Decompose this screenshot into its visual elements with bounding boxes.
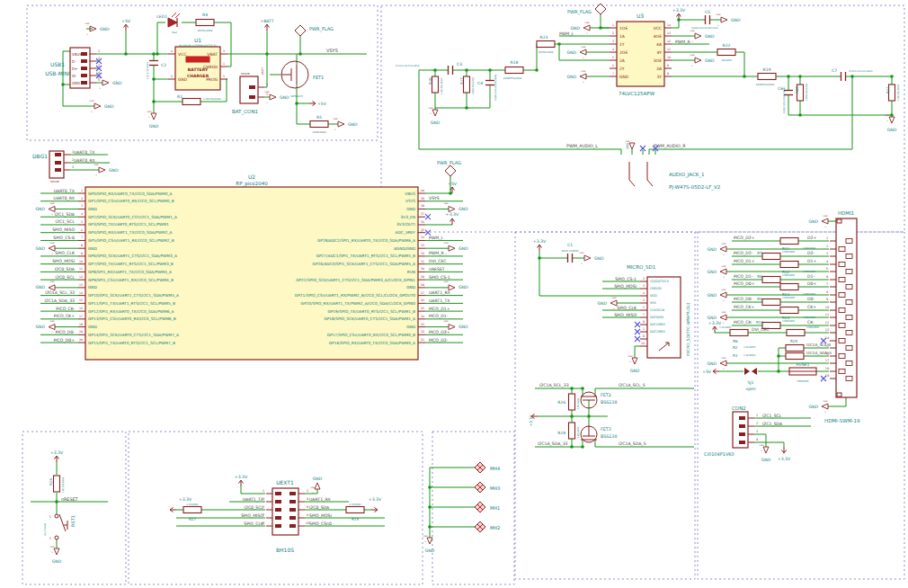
power-symbol[interactable]: +5V — [702, 370, 719, 374]
mounting-hole-mh1[interactable] — [475, 502, 485, 512]
text-label: D+ — [72, 67, 77, 71]
switch-contact[interactable] — [55, 514, 58, 518]
resistor-R11[interactable] — [780, 238, 798, 245]
power-symbol[interactable]: +3.3V — [778, 447, 791, 461]
gnd-symbol[interactable]: GNDGND1 — [310, 477, 322, 494]
connector-con2[interactable]: 1234 — [733, 412, 758, 448]
resistor-R17[interactable] — [464, 76, 470, 93]
connector-uext1[interactable]: 13579246810 — [263, 488, 309, 535]
switch-contact[interactable] — [55, 536, 58, 539]
gnd-symbol[interactable]: GNDGND1 — [628, 355, 639, 373]
symbol-graphics[interactable] — [59, 514, 66, 531]
resistor-R9[interactable] — [762, 299, 780, 306]
svg-text:C3: C3 — [457, 62, 462, 67]
led1[interactable] — [168, 13, 180, 27]
resistor-R5[interactable] — [310, 121, 328, 128]
mounting-hole-mh4[interactable] — [475, 462, 485, 473]
audio-jack-body[interactable] — [617, 155, 662, 207]
resistor-R21[interactable] — [889, 85, 895, 101]
svg-text:22: 22 — [421, 330, 424, 334]
resistor-R19[interactable] — [758, 74, 776, 80]
power-symbol[interactable]: +3.3V — [672, 8, 686, 21]
resistor-R16[interactable] — [432, 76, 439, 93]
power-symbol[interactable]: +3.3V — [533, 239, 547, 252]
junction — [535, 68, 539, 72]
resistor-R23[interactable] — [537, 41, 555, 48]
gnd-symbol[interactable]: GNDGND1 — [808, 400, 828, 414]
wire[interactable] — [635, 346, 640, 358]
power-symbol[interactable]: +3.3V — [235, 475, 248, 487]
wire[interactable] — [779, 348, 786, 371]
ic-micro-sd[interactable]: 2CD/DAT3/CSSPIO_CS-13CMD/DISPIO_MOSI4VDD… — [597, 277, 681, 359]
gnd-symbol[interactable]: GNDGND1 — [759, 444, 770, 462]
power-symbol[interactable]: +5V — [309, 102, 327, 106]
power-symbol[interactable] — [371, 508, 378, 512]
resistor-R14[interactable] — [780, 307, 798, 314]
mounting-hole-mh3[interactable] — [475, 482, 485, 493]
gnd-symbol[interactable]: GNDGND1 — [423, 535, 434, 553]
resistor-R15[interactable] — [346, 507, 364, 513]
power-symbol[interactable] — [170, 508, 176, 512]
pwr-flag[interactable] — [295, 25, 306, 54]
gnd-symbol[interactable]: GND1 — [625, 140, 635, 150]
svg-text:1: 1 — [98, 49, 100, 53]
power-symbol[interactable]: +5V — [121, 19, 131, 31]
capacitor-C1[interactable] — [568, 254, 573, 263]
resistor-R6[interactable] — [730, 330, 748, 336]
resistor-R22[interactable] — [717, 49, 735, 56]
svg-text:36: 36 — [421, 220, 424, 224]
wire[interactable] — [419, 70, 621, 155]
resistor-R24[interactable] — [54, 476, 60, 492]
resistor-R2[interactable] — [786, 345, 804, 352]
resistor-R12[interactable] — [780, 262, 798, 268]
connector-bat-con1[interactable]: 12 — [240, 76, 268, 103]
fuse1[interactable] — [789, 368, 816, 375]
svg-text:UEXT1: UEXT1 — [276, 479, 294, 486]
gnd-symbol[interactable]: GNDGND1 — [49, 546, 61, 564]
resistor-R13[interactable] — [780, 284, 798, 290]
svg-text:GND: GND — [88, 285, 98, 290]
resistor-R8[interactable] — [762, 277, 780, 283]
solder-jumper-sj1[interactable] — [744, 368, 757, 375]
gnd-symbol[interactable]: GNDGND1 — [147, 111, 158, 129]
wire[interactable] — [297, 103, 310, 124]
resistor-R4[interactable] — [196, 20, 214, 26]
ic-u2-rp-pico2040[interactable]: 1GP0/SPIO_RX/UART0_TX/I2C0_SDA/PWM0_AUAR… — [35, 182, 468, 361]
svg-text:+3.3V: +3.3V — [672, 8, 686, 13]
symbol-body[interactable] — [186, 57, 209, 62]
gnd-symbol[interactable]: GNDGND1 — [707, 357, 726, 370]
connector-hdmi1[interactable]: 12345678910111213141516171819 — [825, 218, 857, 397]
pwr-flag[interactable] — [595, 4, 606, 28]
gnd-symbol[interactable]: GNDGND1 — [808, 215, 828, 228]
symbol-body[interactable] — [632, 207, 650, 212]
resistor-R1[interactable] — [182, 99, 200, 105]
capacitor-C7[interactable] — [841, 72, 846, 81]
gnd-symbol[interactable]: GNDGND1 — [707, 243, 726, 256]
resistor-R27[interactable] — [183, 507, 201, 513]
capacitor-C3[interactable] — [449, 66, 453, 75]
resistor-R18[interactable] — [505, 67, 523, 74]
capacitor-C4[interactable] — [485, 81, 494, 85]
mounting-hole-mh2[interactable] — [475, 521, 485, 532]
gnd-symbol[interactable]: GNDGND1 — [428, 107, 440, 125]
resistor-R3[interactable] — [786, 353, 804, 360]
gnd-symbol[interactable]: GNDGND1 — [707, 265, 726, 279]
resistor-R7[interactable] — [762, 254, 780, 260]
wire[interactable] — [828, 397, 846, 406]
resistor-R26[interactable] — [569, 394, 575, 410]
power-symbol[interactable]: +3.3V — [50, 450, 64, 463]
resistor-R25[interactable] — [787, 330, 805, 336]
no-connect[interactable] — [821, 376, 826, 381]
svg-text:1: 1 — [424, 540, 426, 543]
power-symbol[interactable]: +BATT — [260, 19, 274, 31]
capacitor-C2[interactable] — [149, 61, 158, 66]
resistor-R28[interactable] — [569, 423, 575, 439]
wire[interactable] — [735, 52, 744, 76]
svg-text:GND: GND — [579, 252, 583, 254]
svg-text:11: 11 — [667, 48, 671, 51]
text-label: 2.2K/0402 — [349, 503, 361, 506]
gnd-symbol[interactable]: GNDGND1 — [707, 289, 726, 302]
text-label: I2C1A_SCL_5 — [806, 343, 831, 347]
capacitor-C5[interactable] — [706, 15, 710, 24]
capacitor-C6[interactable] — [784, 91, 793, 95]
